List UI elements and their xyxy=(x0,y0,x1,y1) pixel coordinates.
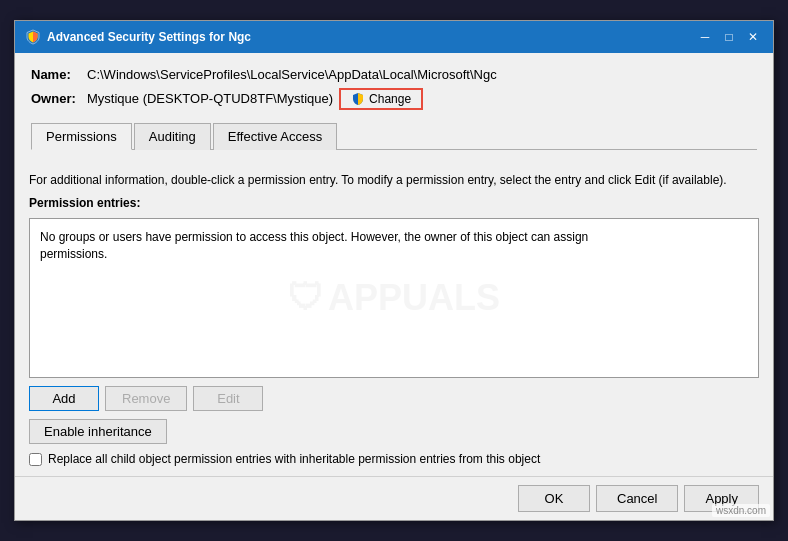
tab-auditing[interactable]: Auditing xyxy=(134,123,211,150)
owner-label: Owner: xyxy=(31,91,81,106)
maximize-button[interactable]: □ xyxy=(719,27,739,47)
checkbox-row: Replace all child object permission entr… xyxy=(29,452,759,466)
owner-row: Owner: Mystique (DESKTOP-QTUD8TF\Mystiqu… xyxy=(31,88,757,110)
replace-child-checkbox[interactable] xyxy=(29,453,42,466)
title-bar: Advanced Security Settings for Ngc ─ □ ✕ xyxy=(15,21,773,53)
watermark-shield-icon: 🛡 xyxy=(288,277,324,319)
minimize-button[interactable]: ─ xyxy=(695,27,715,47)
replace-child-label: Replace all child object permission entr… xyxy=(48,452,540,466)
shield-uac-icon xyxy=(351,92,365,106)
window-title: Advanced Security Settings for Ngc xyxy=(47,30,251,44)
name-label: Name: xyxy=(31,67,81,82)
edit-button[interactable]: Edit xyxy=(193,386,263,411)
watermark-badge: wsxdn.com xyxy=(712,504,770,517)
remove-button[interactable]: Remove xyxy=(105,386,187,411)
permissions-text: No groups or users have permission to ac… xyxy=(40,229,640,263)
title-bar-left: Advanced Security Settings for Ngc xyxy=(25,29,251,45)
advanced-security-window: Advanced Security Settings for Ngc ─ □ ✕… xyxy=(14,20,774,522)
ok-button[interactable]: OK xyxy=(518,485,590,512)
info-text: For additional information, double-click… xyxy=(29,172,759,189)
footer: OK Cancel Apply xyxy=(15,476,773,520)
owner-value: Mystique (DESKTOP-QTUD8TF\Mystique) xyxy=(87,91,333,106)
watermark: 🛡 APPUALS xyxy=(288,277,500,319)
main-area: For additional information, double-click… xyxy=(15,162,773,477)
close-button[interactable]: ✕ xyxy=(743,27,763,47)
action-buttons: Add Remove Edit xyxy=(29,386,759,411)
tab-permissions[interactable]: Permissions xyxy=(31,123,132,150)
section-label: Permission entries: xyxy=(29,196,759,210)
add-button[interactable]: Add xyxy=(29,386,99,411)
window-icon xyxy=(25,29,41,45)
tabs-area: Permissions Auditing Effective Access xyxy=(31,122,757,150)
cancel-button[interactable]: Cancel xyxy=(596,485,678,512)
tab-effective-access[interactable]: Effective Access xyxy=(213,123,337,150)
change-button[interactable]: Change xyxy=(339,88,423,110)
title-bar-controls: ─ □ ✕ xyxy=(695,27,763,47)
change-btn-label: Change xyxy=(369,92,411,106)
name-value: C:\Windows\ServiceProfiles\LocalService\… xyxy=(87,67,497,82)
content-area: Name: C:\Windows\ServiceProfiles\LocalSe… xyxy=(15,53,773,162)
watermark-text: APPUALS xyxy=(328,277,500,319)
name-row: Name: C:\Windows\ServiceProfiles\LocalSe… xyxy=(31,67,757,82)
enable-inheritance-button[interactable]: Enable inheritance xyxy=(29,419,167,444)
permissions-box: No groups or users have permission to ac… xyxy=(29,218,759,378)
